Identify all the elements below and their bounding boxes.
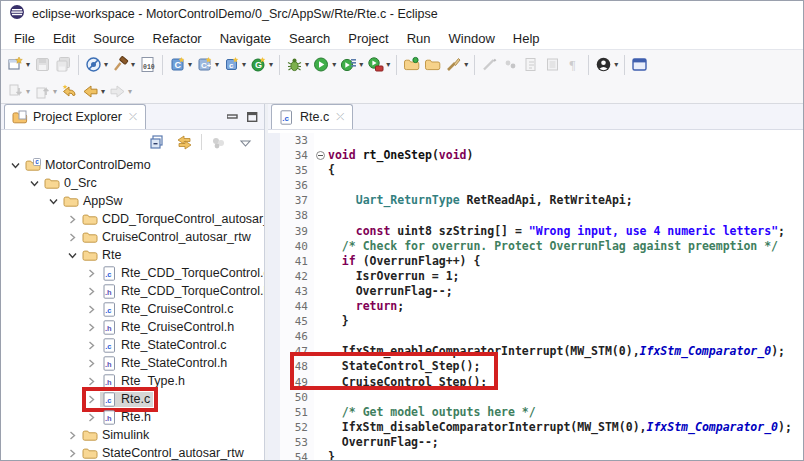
tree-item-simulink[interactable]: Simulink <box>1 426 264 444</box>
minimize-view-icon[interactable] <box>227 108 238 118</box>
code-line-50[interactable]: 50 <box>268 390 803 405</box>
open-console-button[interactable] <box>629 53 650 77</box>
dropdown-arrow-icon[interactable]: ▾ <box>104 60 108 69</box>
back-history-button[interactable]: ▾ <box>80 79 107 103</box>
code-line-46[interactable]: 46 <box>268 329 803 344</box>
menu-item-project[interactable]: Project <box>339 29 397 48</box>
menu-item-run[interactable]: Run <box>398 29 440 48</box>
view-menu-button[interactable] <box>235 130 256 154</box>
code-line-42[interactable]: 42 IsrOverrun = 1; <box>268 269 803 284</box>
run-button[interactable]: ▾ <box>311 53 338 77</box>
fold-collapse-icon[interactable] <box>316 151 325 160</box>
tree-item-appsw[interactable]: AppSw <box>1 192 264 210</box>
dropdown-arrow-icon[interactable]: ▾ <box>26 87 30 96</box>
dropdown-arrow-icon[interactable]: ▾ <box>359 60 363 69</box>
open-element-folder-button[interactable] <box>401 53 422 77</box>
dropdown-arrow-icon[interactable]: ▾ <box>53 87 57 96</box>
close-icon[interactable]: ⤫ <box>336 111 344 123</box>
dropdown-arrow-icon[interactable]: ▾ <box>131 60 135 69</box>
tab-rte-c[interactable]: .c Rte.c ⤫ <box>271 104 353 129</box>
dropdown-arrow-icon[interactable]: ▾ <box>269 60 273 69</box>
new-wizard-button[interactable]: ▾ <box>5 53 32 77</box>
tab-project-explorer[interactable]: Project Explorer ⤫ <box>4 104 146 129</box>
prev-annotation-button[interactable]: ▾ <box>32 79 59 103</box>
tree-item-rte-statecontrol-h[interactable]: .hRte_StateControl.h <box>1 354 264 372</box>
block-selection-button[interactable] <box>542 53 563 77</box>
menu-item-window[interactable]: Window <box>440 29 504 48</box>
collapse-all-button[interactable] <box>147 130 168 154</box>
close-icon[interactable]: ⤫ <box>129 111 137 123</box>
dropdown-arrow-icon[interactable]: ▾ <box>386 60 390 69</box>
chevron-right-icon[interactable] <box>68 215 77 224</box>
chevron-right-icon[interactable] <box>87 413 96 422</box>
code-line-53[interactable]: 53 OverrunFlag--; <box>268 435 803 450</box>
code-line-35[interactable]: 35{ <box>268 163 803 178</box>
tree-item-rte-cdd-torquecontrol-h[interactable]: .hRte_CDD_TorqueControl.h <box>1 282 264 300</box>
tree-item-rte[interactable]: Rte <box>1 246 264 264</box>
chevron-right-icon[interactable] <box>87 305 96 314</box>
chevron-right-icon[interactable] <box>87 377 96 386</box>
chevron-right-icon[interactable] <box>68 431 77 440</box>
tree-item-0-src[interactable]: 0_Src <box>1 174 264 192</box>
dropdown-arrow-icon[interactable]: ▾ <box>464 60 468 69</box>
chevron-right-icon[interactable] <box>87 395 96 404</box>
save-button[interactable] <box>32 53 53 77</box>
tree-item-rte-type-h[interactable]: .hRte_Type.h <box>1 372 264 390</box>
menu-item-file[interactable]: File <box>5 29 44 48</box>
chevron-right-icon[interactable] <box>87 341 96 350</box>
menu-item-edit[interactable]: Edit <box>44 29 84 48</box>
chevron-right-icon[interactable] <box>68 449 77 458</box>
code-line-38[interactable]: 38 <box>268 208 803 223</box>
chevron-right-icon[interactable] <box>87 287 96 296</box>
maximize-view-icon[interactable] <box>247 108 258 118</box>
tree-item-rte-h[interactable]: .hRte.h <box>1 408 264 426</box>
format-pencil-button[interactable] <box>479 53 500 77</box>
focus-task-button[interactable] <box>208 130 229 154</box>
code-line-43[interactable]: 43 OverrunFlag--; <box>268 284 803 299</box>
dropdown-arrow-icon[interactable]: ▾ <box>26 60 30 69</box>
code-line-52[interactable]: 52 IfxStm_disableComparatorInterrupt(MW_… <box>268 420 803 435</box>
dropdown-arrow-icon[interactable]: ▾ <box>614 60 618 69</box>
code-line-33[interactable]: 33 <box>268 133 803 148</box>
run-config-button[interactable]: ▾ <box>338 53 365 77</box>
show-whitespace-button[interactable]: ¶ <box>563 53 584 77</box>
new-c-source-button[interactable]: C▾ <box>167 53 194 77</box>
code-line-36[interactable]: 36 <box>268 178 803 193</box>
code-line-40[interactable]: 40 /* Check for overrun. Protect Overrun… <box>268 239 803 254</box>
chevron-right-icon[interactable] <box>87 359 96 368</box>
menu-item-source[interactable]: Source <box>84 29 143 48</box>
dropdown-arrow-icon[interactable]: ▾ <box>242 60 246 69</box>
show-references-button[interactable] <box>521 53 542 77</box>
menu-item-refactor[interactable]: Refactor <box>144 29 211 48</box>
build-button[interactable]: ▾ <box>110 53 137 77</box>
chevron-right-icon[interactable] <box>87 323 96 332</box>
user-account-button[interactable]: ▾ <box>593 53 620 77</box>
skip-breakpoints-button[interactable]: ▾ <box>83 53 110 77</box>
code-line-54[interactable]: 54} <box>268 450 803 460</box>
menu-item-search[interactable]: Search <box>280 29 339 48</box>
tree-item-rte-cruisecontrol-c[interactable]: .cRte_CruiseControl.c <box>1 300 264 318</box>
code-line-44[interactable]: 44 return; <box>268 299 803 314</box>
chevron-down-icon[interactable] <box>68 251 77 260</box>
code-line-34[interactable]: 34void rt_OneStep(void) <box>268 148 803 163</box>
dropdown-arrow-icon[interactable]: ▾ <box>332 60 336 69</box>
external-tools-button[interactable]: ▾ <box>365 53 392 77</box>
code-line-45[interactable]: 45 } <box>268 314 803 329</box>
binary-file-button[interactable]: 010 <box>137 53 158 77</box>
chevron-right-icon[interactable] <box>87 269 96 278</box>
open-folder-button[interactable] <box>422 53 443 77</box>
menu-item-navigate[interactable]: Navigate <box>211 29 280 48</box>
tree-item-cdd-torquecontrol-autosar-[interactable]: CDD_TorqueControl_autosar_ <box>1 210 264 228</box>
menu-item-help[interactable]: Help <box>504 29 549 48</box>
code-area[interactable]: 3334void rt_OneStep(void)35{3637 Uart_Re… <box>268 130 803 460</box>
dropdown-arrow-icon[interactable]: ▾ <box>128 87 132 96</box>
tree-item-rte-cdd-torquecontrol-c[interactable]: .cRte_CDD_TorqueControl.c <box>1 264 264 282</box>
link-with-editor-button[interactable] <box>174 130 195 154</box>
new-c-class-button[interactable]: c▾ <box>221 53 248 77</box>
code-line-51[interactable]: 51 /* Get model outputs here */ <box>268 405 803 420</box>
code-line-37[interactable]: 37 Uart_ReturnType RetReadApi, RetWriteA… <box>268 193 803 208</box>
chevron-down-icon[interactable] <box>49 197 58 206</box>
tree-item-cruisecontrol-autosar-rtw[interactable]: CruiseControl_autosar_rtw <box>1 228 264 246</box>
code-line-39[interactable]: 39 const uint8 szString[] = "Wrong input… <box>268 224 803 239</box>
mark-occurrences-button[interactable] <box>500 53 521 77</box>
